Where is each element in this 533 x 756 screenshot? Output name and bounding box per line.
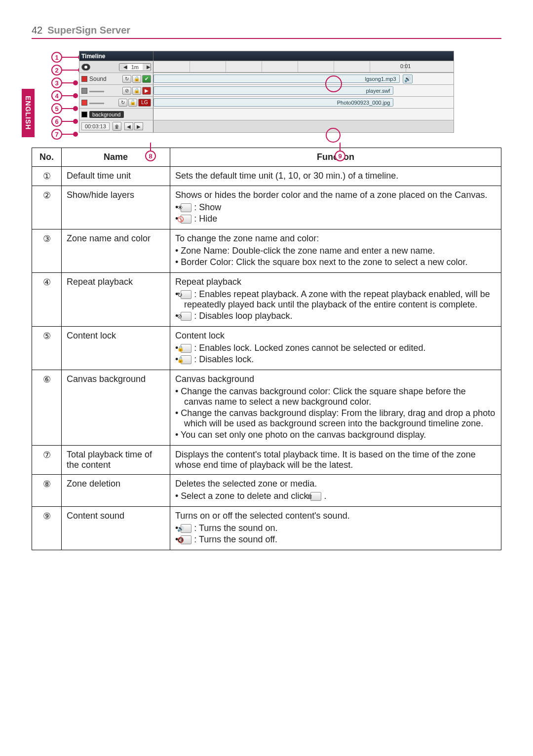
page-header: 42 SuperSign Server xyxy=(32,25,501,39)
zone-color-swatch[interactable] xyxy=(81,88,87,94)
next-icon[interactable]: ▶ xyxy=(134,122,143,130)
row-name: Content sound xyxy=(62,507,170,550)
callout-6: 6 xyxy=(51,116,62,127)
row-number: ② xyxy=(32,186,62,229)
unlock-icon xyxy=(181,355,191,364)
bg-color-swatch[interactable] xyxy=(81,112,87,117)
table-row: ⑦Total playback time of the contentDispl… xyxy=(32,446,501,475)
lock-icon[interactable]: 🔒 xyxy=(132,87,141,95)
callout-4: 4 xyxy=(51,90,62,101)
prev-icon[interactable]: ◀ xyxy=(124,122,133,130)
page-title: SuperSign Server xyxy=(47,25,130,36)
table-row: ⑨Content soundTurns on or off the select… xyxy=(32,507,501,550)
row-function: Canvas backgroundChange the canvas backg… xyxy=(170,370,501,446)
row-number: ① xyxy=(32,167,62,186)
lock-icon xyxy=(181,344,191,353)
highlight-circle-sound xyxy=(325,76,342,92)
row-number: ⑨ xyxy=(32,507,62,550)
callout-7: 7 xyxy=(51,129,62,140)
callout-2: 2 xyxy=(51,65,62,76)
photo-clip[interactable]: Photo090923_000.jpg xyxy=(153,98,393,107)
photo-clip-label: Photo090923_000.jpg xyxy=(337,100,390,106)
swf-clip-label: player.swf xyxy=(366,88,390,94)
trash-icon[interactable]: 🗑 xyxy=(113,122,121,131)
table-row: ②Show/hide layersShows or hides the bord… xyxy=(32,186,501,229)
trash-icon xyxy=(310,492,321,501)
time-unit-spinner[interactable]: ◀ 1m ▶ xyxy=(119,63,151,71)
table-row: ④Repeat playbackRepeat playback : Enable… xyxy=(32,273,501,327)
sound-on-icon xyxy=(181,524,191,533)
row-name: Zone name and color xyxy=(62,229,170,273)
row-number: ④ xyxy=(32,273,62,327)
row-function: Shows or hides the border color and the … xyxy=(170,186,501,229)
row-function: Deletes the selected zone or media.Selec… xyxy=(170,475,501,507)
reference-table: No. Name Function ①Default time unitSets… xyxy=(32,148,501,550)
lock-icon[interactable]: 🔒 xyxy=(132,75,141,83)
repeat-icon[interactable]: ↻ xyxy=(118,99,127,107)
zone-check-icon[interactable]: ✔ xyxy=(142,75,151,83)
callout-5: 5 xyxy=(51,103,62,114)
th-no: No. xyxy=(32,148,62,167)
timeline-figure: 1 2 3 4 5 6 7 Timeline xyxy=(51,51,501,133)
callout-8: 8 xyxy=(145,151,156,161)
norepeat-icon[interactable]: ⊘ xyxy=(122,87,131,95)
timeline-tab: Timeline xyxy=(81,53,105,60)
table-row: ③Zone name and colorTo change the zone n… xyxy=(32,229,501,273)
table-row: ①Default time unitSets the default time … xyxy=(32,167,501,186)
clip-sound-toggle[interactable]: 🔊 xyxy=(403,75,413,83)
row-name: Content lock xyxy=(62,327,170,370)
callout-9: 9 xyxy=(335,151,345,161)
row-name: Repeat playback xyxy=(62,273,170,327)
page-number: 42 xyxy=(32,25,42,36)
sound-clip[interactable]: lgsong1.mp3 xyxy=(153,75,400,83)
row-number: ⑤ xyxy=(32,327,62,370)
background-label[interactable]: background xyxy=(89,111,124,118)
zone-name-sound[interactable]: Sound xyxy=(89,76,107,82)
repeat-icon[interactable]: ↻ xyxy=(122,75,131,83)
lg-badge-icon[interactable]: LG xyxy=(138,99,151,107)
total-playback-time: 00:03:13 xyxy=(81,122,110,130)
time-unit-value: 1m xyxy=(127,64,143,71)
zone-flag-icon[interactable]: ▶ xyxy=(142,87,151,95)
lock-icon[interactable]: 🔓 xyxy=(128,99,137,107)
row-name: Default time unit xyxy=(62,167,170,186)
row-name: Zone deletion xyxy=(62,475,170,507)
row-name: Total playback time of the content xyxy=(62,446,170,475)
row-function: Turns on or off the selected content's s… xyxy=(170,507,501,550)
callout-3: 3 xyxy=(51,77,62,88)
sound-clip-label: lgsong1.mp3 xyxy=(365,76,396,82)
table-row: ⑤Content lockContent lock : Enables lock… xyxy=(32,327,501,370)
row-number: ⑧ xyxy=(32,475,62,507)
row-name: Canvas background xyxy=(62,370,170,446)
swf-clip[interactable]: player.swf xyxy=(153,86,393,95)
highlight-circle-trash xyxy=(326,128,341,143)
row-function: To change the zone name and color:Zone N… xyxy=(170,229,501,273)
row-number: ③ xyxy=(32,229,62,273)
row-function: Repeat playback : Enables repeat playbac… xyxy=(170,273,501,327)
zone-color-swatch[interactable] xyxy=(81,100,87,106)
row-function: Content lock : Enables lock. Locked zone… xyxy=(170,327,501,370)
zone-color-swatch[interactable] xyxy=(81,76,87,82)
table-row: ⑧Zone deletionDeletes the selected zone … xyxy=(32,475,501,507)
repeat-icon xyxy=(181,290,191,299)
table-row: ⑥Canvas backgroundCanvas backgroundChang… xyxy=(32,370,501,446)
row-name: Show/hide layers xyxy=(62,186,170,229)
language-tab: ENGLISH xyxy=(22,89,35,137)
row-number: ⑥ xyxy=(32,370,62,446)
ruler-time: 0:01 xyxy=(400,63,411,69)
eye-icon[interactable] xyxy=(81,64,90,71)
norepeat-icon xyxy=(181,312,191,321)
sound-off-icon xyxy=(181,535,191,544)
hide-icon xyxy=(181,215,191,224)
eye-icon xyxy=(181,203,191,212)
row-function: Sets the default time unit (1, 10, or 30… xyxy=(170,167,501,186)
callout-1: 1 xyxy=(51,52,62,63)
row-number: ⑦ xyxy=(32,446,62,475)
row-function: Displays the content's total playback ti… xyxy=(170,446,501,475)
